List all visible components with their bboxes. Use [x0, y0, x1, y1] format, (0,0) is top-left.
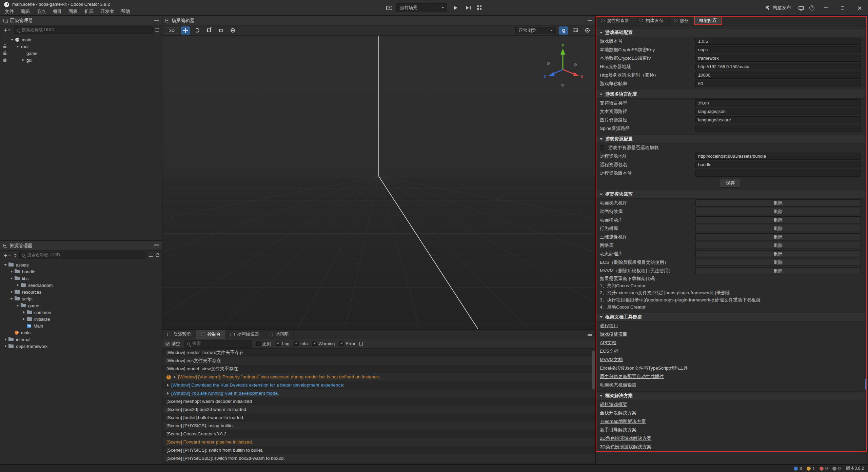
inspector-tab[interactable]: 服务: [669, 16, 694, 25]
close-button[interactable]: [854, 3, 865, 13]
remote-load-checkbox[interactable]: [600, 145, 604, 150]
menu-item[interactable]: 面板: [65, 8, 81, 15]
tree-node[interactable]: script: [0, 295, 162, 302]
chevron-right-icon[interactable]: [3, 338, 8, 341]
doc-link[interactable]: 原生包热更新配置自动生成插件: [600, 374, 664, 380]
preview-target-icon[interactable]: [386, 6, 392, 10]
layout-icon[interactable]: [477, 5, 482, 10]
doc-link[interactable]: 新手引导解决方案: [600, 427, 636, 433]
delete-button[interactable]: 删除: [695, 250, 861, 257]
tree-node[interactable]: game: [0, 302, 162, 309]
tree-node[interactable]: root: [0, 43, 162, 50]
chevron-right-icon[interactable]: [9, 270, 14, 273]
doc-link[interactable]: 动画状态机编辑器: [600, 382, 636, 388]
doc-link[interactable]: 教程项目: [600, 323, 618, 329]
tree-node[interactable]: game: [0, 50, 162, 57]
minimize-button[interactable]: [820, 3, 831, 13]
tree-node[interactable]: Main: [0, 322, 162, 329]
tree-node[interactable]: assets: [0, 261, 162, 268]
section-header[interactable]: 框架解决方案: [596, 391, 865, 400]
play-button[interactable]: [451, 3, 460, 12]
lock-icon[interactable]: [3, 53, 6, 55]
rotate-tool-button[interactable]: [193, 26, 202, 35]
inspector-scrollbar-thumb[interactable]: [865, 378, 867, 390]
console-filter[interactable]: Info: [294, 341, 308, 346]
lock-icon[interactable]: [3, 46, 6, 48]
step-button[interactable]: [464, 3, 473, 12]
chevron-right-icon[interactable]: [21, 318, 26, 320]
log-row[interactable]: [Scene] [PHYSICS2D]: switch from box2d-w…: [162, 454, 595, 463]
delete-button[interactable]: 删除: [695, 216, 861, 223]
log-row[interactable]: [Window] Download the Vue Devtools exten…: [162, 381, 595, 389]
doc-link[interactable]: 3D角色扮演游戏解决方案: [600, 444, 651, 450]
doc-link[interactable]: Excel格式转Json文件与TypeScript代码工具: [600, 365, 688, 371]
menu-item[interactable]: 开发者: [97, 8, 118, 15]
add-node-button[interactable]: [3, 27, 12, 33]
log-row[interactable]: [Window] model_view文件夹不存在: [162, 365, 595, 373]
move-tool-button[interactable]: [181, 26, 190, 35]
save-button[interactable]: 保存: [720, 179, 741, 188]
section-header[interactable]: 框架模块裁剪: [596, 190, 865, 199]
tree-node[interactable]: initialize: [0, 316, 162, 322]
scene-settings-button[interactable]: [583, 26, 592, 35]
delete-button[interactable]: 删除: [695, 242, 861, 249]
camera-settings-button[interactable]: [571, 26, 580, 35]
text-input[interactable]: framework: [695, 55, 861, 62]
menu-item[interactable]: 节点: [33, 8, 49, 15]
chevron-right-icon[interactable]: [15, 284, 20, 287]
text-input[interactable]: language/texture: [695, 116, 861, 123]
inspector-tab[interactable]: 框架配置: [694, 16, 722, 25]
assets-menu-icon[interactable]: [154, 244, 159, 248]
doc-link[interactable]: ECS文档: [600, 348, 618, 354]
hierarchy-filter-icon[interactable]: [155, 28, 159, 32]
maximize-button[interactable]: [837, 3, 848, 13]
expand-icon[interactable]: [167, 384, 169, 387]
section-header[interactable]: 游戏资源配置: [596, 135, 865, 143]
clear-console-button[interactable]: 清空: [165, 341, 180, 347]
console-menu-icon[interactable]: [588, 333, 592, 336]
text-input[interactable]: 60: [695, 80, 861, 87]
log-row[interactable]: [Scene] meshopt wasm decoder initialized: [162, 397, 595, 406]
menu-item[interactable]: 编辑: [17, 8, 33, 15]
doc-link[interactable]: API文档: [600, 340, 616, 346]
section-header[interactable]: 框架文档工具链接: [596, 313, 865, 321]
menu-item[interactable]: 文件: [1, 8, 17, 15]
scene-menu-icon[interactable]: [588, 19, 592, 22]
inspector-tab[interactable]: 属性检查器: [596, 16, 634, 25]
doc-link[interactable]: Tiledmap地图解决方案: [600, 418, 646, 425]
bell-badge[interactable]: 0: [832, 466, 841, 471]
tree-node[interactable]: libs: [0, 275, 162, 282]
chevron-down-icon[interactable]: [9, 278, 14, 279]
chevron-right-icon[interactable]: [21, 311, 26, 314]
console-filter[interactable]: Error: [339, 341, 355, 346]
hierarchy-search-input[interactable]: 搜索名称或 UUID: [14, 26, 153, 34]
console-scrollbar[interactable]: [592, 351, 595, 390]
hierarchy-menu-icon[interactable]: [154, 19, 159, 22]
tree-node[interactable]: resources: [0, 289, 162, 295]
doc-link[interactable]: MVVM文档: [600, 357, 623, 363]
delete-button[interactable]: 删除: [695, 208, 861, 215]
tree-node[interactable]: bundle: [0, 268, 162, 275]
tree-node[interactable]: internal: [0, 336, 162, 343]
text-input[interactable]: http://localhost:8083/assets/bundle: [695, 153, 861, 160]
text-input[interactable]: oops: [695, 46, 861, 53]
console-tab[interactable]: 动画图: [264, 330, 294, 339]
log-row[interactable]: [Scene] [bullet]:bullet wasm lib loaded.: [162, 414, 595, 422]
text-input[interactable]: 1.0.5: [695, 38, 861, 45]
menu-item[interactable]: 扩展: [81, 8, 97, 15]
scene-select[interactable]: 当前场景: [396, 3, 447, 12]
mode-3d-button[interactable]: 3D: [166, 27, 178, 34]
delete-button[interactable]: 删除: [695, 199, 861, 206]
section-header[interactable]: 游戏基础配置: [596, 28, 865, 37]
assets-search-input[interactable]: 搜索名称或 UUID: [19, 252, 146, 259]
error-badge[interactable]: 0: [820, 466, 828, 471]
log-row[interactable]: [Window] ecs文件夹不存在: [162, 357, 595, 365]
menu-item[interactable]: 项目: [49, 8, 65, 15]
world-space-button[interactable]: [229, 26, 237, 35]
log-row[interactable]: ![Window] [Vue warn]: Property "onInput"…: [162, 373, 595, 381]
text-input[interactable]: [695, 170, 861, 177]
delete-button[interactable]: 删除: [695, 233, 861, 240]
log-row[interactable]: [Scene] [PHYSICS]: using builtin.: [162, 422, 595, 430]
chevron-right-icon[interactable]: [9, 291, 14, 293]
inspector-scrollbar-track[interactable]: [865, 25, 868, 464]
